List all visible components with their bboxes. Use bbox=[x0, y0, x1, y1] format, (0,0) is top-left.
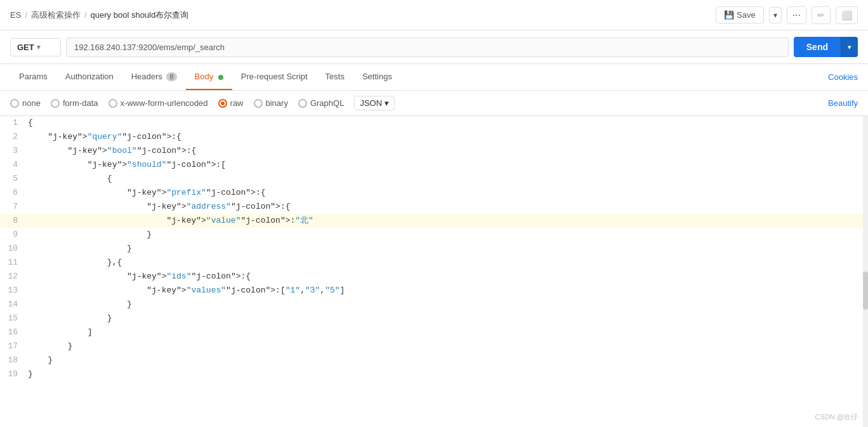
json-chevron-icon: ▾ bbox=[385, 98, 389, 108]
line-content-4: "j-key">"should""j-colon">:[ bbox=[25, 159, 868, 171]
tab-pre-request[interactable]: Pre-request Script bbox=[232, 64, 317, 90]
line-content-8: "j-key">"value""j-colon">:"北" bbox=[25, 214, 868, 227]
more-button[interactable]: ··· bbox=[787, 6, 806, 24]
line-content-13: "j-key">"values""j-colon">:["1","3","5"] bbox=[25, 284, 868, 297]
code-line-10: 10 } bbox=[0, 242, 868, 256]
code-line-18: 18 } bbox=[0, 353, 868, 367]
code-line-14: 14 } bbox=[0, 298, 868, 312]
code-line-7: 7 "j-key">"address""j-colon">:{ bbox=[0, 200, 868, 214]
code-line-16: 16 ] bbox=[0, 325, 868, 339]
line-number-9: 9 bbox=[0, 228, 25, 241]
tab-body[interactable]: Body bbox=[186, 64, 232, 90]
top-bar-actions: 💾 Save ▾ ··· ✏ ⬜ bbox=[716, 6, 858, 24]
line-number-11: 11 bbox=[0, 256, 25, 269]
code-line-3: 3 "j-key">"bool""j-colon">:{ bbox=[0, 144, 868, 158]
code-line-13: 13 "j-key">"values""j-colon">:["1","3","… bbox=[0, 284, 868, 298]
tab-headers[interactable]: Headers 8 bbox=[122, 64, 186, 90]
url-bar: GET ▾ Send ▾ bbox=[0, 30, 868, 64]
breadcrumb-root[interactable]: ES bbox=[10, 10, 21, 20]
send-button[interactable]: Send bbox=[794, 37, 841, 57]
method-label: GET bbox=[17, 43, 34, 52]
radio-graphql bbox=[298, 99, 307, 108]
line-number-16: 16 bbox=[0, 326, 25, 339]
send-group: Send ▾ bbox=[794, 37, 858, 57]
scrollbar-track[interactable] bbox=[863, 116, 868, 427]
line-content-18: } bbox=[25, 354, 868, 367]
editor-wrapper: 1{2 "j-key">"query""j-colon">:{3 "j-key"… bbox=[0, 116, 868, 427]
radio-binary bbox=[254, 99, 263, 108]
code-line-5: 5 { bbox=[0, 172, 868, 186]
share-button[interactable]: ⬜ bbox=[836, 6, 858, 24]
method-chevron-icon: ▾ bbox=[37, 43, 41, 51]
main-content: GET ▾ Send ▾ Params Authorization Header… bbox=[0, 30, 868, 427]
save-icon: 💾 bbox=[724, 10, 734, 20]
code-line-12: 12 "j-key">"ids""j-colon">:{ bbox=[0, 270, 868, 284]
line-number-5: 5 bbox=[0, 173, 25, 185]
line-number-18: 18 bbox=[0, 354, 25, 367]
line-content-17: } bbox=[25, 340, 868, 353]
code-line-2: 2 "j-key">"query""j-colon">:{ bbox=[0, 130, 868, 144]
code-line-17: 17 } bbox=[0, 339, 868, 353]
code-line-9: 9 } bbox=[0, 228, 868, 242]
send-chevron-button[interactable]: ▾ bbox=[841, 37, 858, 57]
code-line-11: 11 },{ bbox=[0, 256, 868, 270]
option-raw[interactable]: raw bbox=[218, 98, 244, 108]
body-options-left: none form-data x-www-form-urlencoded raw… bbox=[10, 96, 395, 110]
save-chevron-button[interactable]: ▾ bbox=[769, 7, 782, 23]
line-number-15: 15 bbox=[0, 312, 25, 325]
line-content-9: } bbox=[25, 228, 868, 241]
option-urlencoded[interactable]: x-www-form-urlencoded bbox=[109, 98, 208, 108]
beautify-button[interactable]: Beautify bbox=[828, 98, 858, 108]
url-input[interactable] bbox=[66, 37, 789, 57]
option-graphql[interactable]: GraphQL bbox=[298, 98, 344, 108]
code-line-15: 15 } bbox=[0, 312, 868, 325]
line-content-14: } bbox=[25, 298, 868, 311]
option-binary[interactable]: binary bbox=[254, 98, 288, 108]
line-content-10: } bbox=[25, 242, 868, 255]
line-number-2: 2 bbox=[0, 131, 25, 143]
option-none[interactable]: none bbox=[10, 98, 41, 108]
code-editor[interactable]: 1{2 "j-key">"query""j-colon">:{3 "j-key"… bbox=[0, 116, 868, 381]
line-number-3: 3 bbox=[0, 145, 25, 157]
tab-params[interactable]: Params bbox=[10, 64, 56, 90]
method-select[interactable]: GET ▾ bbox=[10, 38, 61, 56]
breadcrumb-folder[interactable]: 高级检索操作 bbox=[31, 10, 81, 21]
code-line-4: 4 "j-key">"should""j-colon">:[ bbox=[0, 158, 868, 172]
option-form-data[interactable]: form-data bbox=[51, 98, 98, 108]
breadcrumb-current: query bool should布尔查询 bbox=[91, 10, 189, 21]
line-content-15: } bbox=[25, 312, 868, 325]
body-active-dot bbox=[218, 75, 223, 80]
line-content-7: "j-key">"address""j-colon">:{ bbox=[25, 200, 868, 213]
save-label: Save bbox=[737, 10, 756, 20]
save-button[interactable]: 💾 Save bbox=[716, 6, 764, 23]
tab-settings[interactable]: Settings bbox=[353, 64, 401, 90]
line-number-7: 7 bbox=[0, 200, 25, 213]
tab-authorization[interactable]: Authorization bbox=[56, 64, 122, 90]
json-format-select[interactable]: JSON ▾ bbox=[354, 96, 395, 110]
radio-form-data bbox=[51, 99, 60, 108]
edit-button[interactable]: ✏ bbox=[812, 6, 831, 24]
scrollbar-thumb[interactable] bbox=[863, 272, 868, 310]
line-number-13: 13 bbox=[0, 284, 25, 297]
json-format-label: JSON bbox=[360, 98, 382, 108]
line-number-14: 14 bbox=[0, 298, 25, 311]
line-number-17: 17 bbox=[0, 340, 25, 353]
line-number-6: 6 bbox=[0, 187, 25, 199]
line-content-16: ] bbox=[25, 326, 868, 339]
cookies-link[interactable]: Cookies bbox=[828, 65, 858, 89]
radio-raw bbox=[218, 99, 227, 108]
line-content-11: },{ bbox=[25, 256, 868, 269]
breadcrumb-sep1: / bbox=[25, 10, 27, 20]
tab-tests[interactable]: Tests bbox=[317, 64, 353, 90]
line-content-6: "j-key">"prefix""j-colon">:{ bbox=[25, 187, 868, 199]
code-line-19: 19} bbox=[0, 367, 868, 381]
watermark: CSDN @欣仔 bbox=[815, 412, 858, 422]
line-number-10: 10 bbox=[0, 242, 25, 255]
breadcrumb: ES / 高级检索操作 / query bool should布尔查询 bbox=[10, 10, 188, 21]
tabs-left: Params Authorization Headers 8 Body Pre-… bbox=[10, 64, 401, 90]
line-number-12: 12 bbox=[0, 270, 25, 283]
line-content-19: } bbox=[25, 368, 868, 381]
top-bar: ES / 高级检索操作 / query bool should布尔查询 💾 Sa… bbox=[0, 0, 868, 30]
line-number-19: 19 bbox=[0, 368, 25, 381]
code-line-1: 1{ bbox=[0, 116, 868, 130]
